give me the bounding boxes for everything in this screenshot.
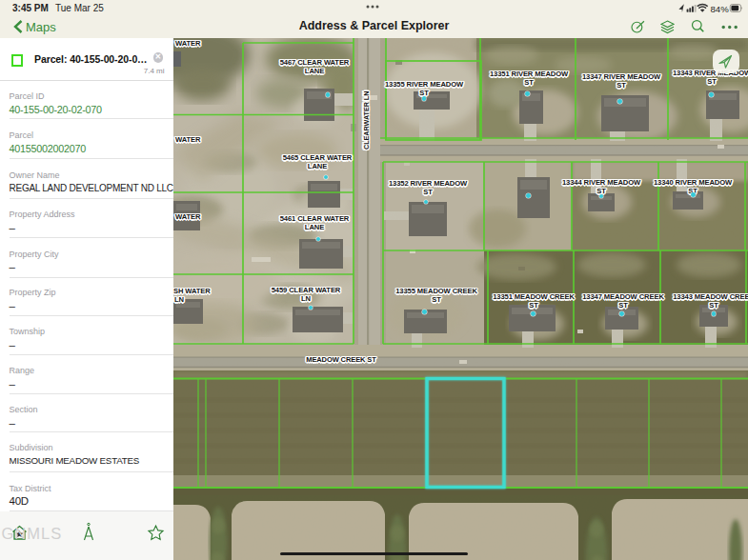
svg-text:84%: 84%	[711, 3, 730, 13]
